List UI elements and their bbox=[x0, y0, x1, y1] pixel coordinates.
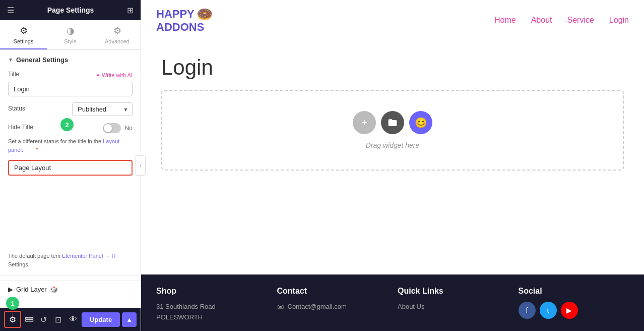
nav-login[interactable]: Login bbox=[609, 16, 629, 25]
templates-toolbar-button[interactable]: ⊡ bbox=[51, 311, 65, 328]
panel-tabs: ⚙ Settings ◑ Style ⚙ Advanced bbox=[0, 20, 141, 50]
page-layout-section: Page Layout ✓ Default ✓ Elementor Canvas… bbox=[0, 160, 141, 271]
tab-advanced[interactable]: ⚙ Advanced bbox=[94, 20, 141, 49]
desc-text: The default page tem Elementor Panel → H… bbox=[0, 249, 141, 271]
status-select[interactable]: Published Draft Private bbox=[72, 102, 133, 116]
title-field-row: Title ✦ Write with AI bbox=[0, 68, 141, 99]
footer-social-title: Social bbox=[519, 287, 629, 296]
footer-email: Contact@gmail.com bbox=[288, 302, 347, 312]
drag-widget-area[interactable]: + 😊 Drag widget here bbox=[161, 90, 624, 171]
footer-grid: Shop 31 Southlands Road POLESWORTH Conta… bbox=[156, 287, 629, 323]
smiley-button[interactable]: 😊 bbox=[409, 111, 432, 134]
logo: HAPPY 🍩 ADDONS bbox=[156, 7, 213, 34]
advanced-tab-icon: ⚙ bbox=[113, 25, 121, 36]
grid-icon[interactable]: ⊞ bbox=[127, 6, 134, 15]
layers-toolbar-button[interactable] bbox=[22, 311, 36, 328]
step2-badge: 2 bbox=[60, 118, 74, 131]
hide-title-toggle[interactable] bbox=[103, 123, 121, 133]
grid-layer-label: Grid Layer bbox=[16, 286, 47, 293]
tab-advanced-label: Advanced bbox=[105, 38, 130, 44]
hamburger-icon[interactable]: ☰ bbox=[7, 6, 14, 15]
update-button[interactable]: Update bbox=[82, 312, 120, 327]
footer-address: 31 Southlands Road bbox=[156, 302, 267, 312]
site-main: Login + 😊 Drag widget here bbox=[141, 40, 644, 274]
footer-links-title: Quick Links bbox=[398, 287, 508, 296]
section-arrow-icon: ▼ bbox=[8, 57, 13, 63]
status-label: Status bbox=[8, 105, 25, 112]
hide-title-label: Hide Title bbox=[8, 124, 33, 131]
nav-about[interactable]: About bbox=[531, 16, 552, 25]
email-icon: ✉ bbox=[277, 302, 284, 312]
footer-contact-row: ✉ Contact@gmail.com bbox=[277, 302, 388, 312]
svg-rect-1 bbox=[25, 320, 33, 321]
youtube-button[interactable]: ▶ bbox=[561, 302, 578, 319]
settings-toolbar-button[interactable]: ⚙ bbox=[4, 311, 21, 328]
facebook-button[interactable]: f bbox=[519, 302, 536, 319]
footer-shop-title: Shop bbox=[156, 287, 267, 296]
folder-button[interactable] bbox=[381, 111, 404, 134]
panel-title: Page Settings bbox=[47, 6, 94, 14]
tab-style-label: Style bbox=[64, 38, 76, 44]
footer-col-social: Social f t ▶ bbox=[519, 287, 629, 323]
grid-layer-toggle[interactable]: ▶ Grid Layer 🎲 bbox=[8, 286, 58, 293]
toggle-wrap: No bbox=[103, 123, 133, 133]
main-nav: Home About Service Login bbox=[494, 16, 629, 25]
general-settings-header[interactable]: ▼ General Settings bbox=[0, 50, 141, 68]
logo-top-text: HAPPY bbox=[156, 8, 195, 20]
footer-col-contact: Contact ✉ Contact@gmail.com bbox=[277, 287, 388, 323]
footer-about-us-link[interactable]: About Us bbox=[398, 303, 424, 310]
twitter-button[interactable]: t bbox=[540, 302, 557, 319]
page-heading: Login bbox=[161, 56, 624, 80]
left-panel: ☰ Page Settings ⊞ ⚙ Settings ◑ Style ⚙ A… bbox=[0, 0, 141, 331]
site-footer: Shop 31 Southlands Road POLESWORTH Conta… bbox=[141, 274, 644, 331]
logo-emoji: 🍩 bbox=[197, 7, 213, 22]
status-field-row: Status Published Draft Private ▼ bbox=[0, 99, 141, 119]
panel-topbar: ☰ Page Settings ⊞ bbox=[0, 0, 141, 20]
hint-text: Set a different status for the title in … bbox=[0, 137, 141, 157]
general-settings-label: General Settings bbox=[16, 56, 68, 64]
chevron-up-button[interactable]: ▲ bbox=[122, 312, 137, 327]
page-layout-button[interactable]: Page Layout bbox=[8, 160, 133, 176]
panel-content: ▼ General Settings Title ✦ Write with AI… bbox=[0, 50, 141, 308]
tab-style[interactable]: ◑ Style bbox=[47, 20, 94, 49]
social-icons: f t ▶ bbox=[519, 302, 629, 319]
step2-arrow-icon: ↓ bbox=[34, 139, 40, 152]
footer-city: POLESWORTH bbox=[156, 312, 267, 323]
svg-rect-0 bbox=[25, 317, 33, 319]
footer-contact-title: Contact bbox=[277, 287, 388, 296]
site-header: HAPPY 🍩 ADDONS Home About Service Login bbox=[141, 0, 644, 40]
add-widget-button[interactable]: + bbox=[353, 111, 376, 134]
nav-home[interactable]: Home bbox=[494, 16, 516, 25]
settings-btn-wrap: 1 ↓ ⚙ bbox=[4, 311, 21, 328]
drag-actions: + 😊 bbox=[353, 111, 432, 134]
footer-col-shop: Shop 31 Southlands Road POLESWORTH bbox=[156, 287, 267, 323]
tab-settings-label: Settings bbox=[14, 38, 34, 44]
footer-col-links: Quick Links About Us bbox=[398, 287, 508, 323]
title-field-label: Title bbox=[8, 71, 19, 78]
step1-badge: 1 bbox=[6, 297, 19, 310]
grid-arrow-icon: ▶ bbox=[8, 286, 13, 293]
title-input[interactable] bbox=[8, 82, 133, 96]
divider bbox=[0, 275, 141, 276]
hide-title-row: Hide Title 2 No ↓ bbox=[0, 119, 141, 137]
site-preview: HAPPY 🍩 ADDONS Home About Service Login … bbox=[141, 0, 644, 331]
toggle-no-label: No bbox=[125, 125, 133, 132]
preview-toolbar-button[interactable]: 👁 bbox=[66, 311, 80, 328]
write-ai-button[interactable]: ✦ Write with AI bbox=[96, 72, 133, 79]
grid-layer-section: ▶ Grid Layer 🎲 bbox=[0, 280, 141, 298]
grid-layer-emoji: 🎲 bbox=[50, 286, 58, 293]
nav-service[interactable]: Service bbox=[567, 16, 594, 25]
history-toolbar-button[interactable]: ↺ bbox=[37, 311, 50, 328]
toggle-knob bbox=[104, 124, 112, 132]
tab-settings[interactable]: ⚙ Settings bbox=[0, 20, 47, 49]
style-tab-icon: ◑ bbox=[67, 25, 75, 36]
collapse-panel-handle[interactable]: ‹ bbox=[136, 155, 146, 176]
logo-text: HAPPY 🍩 ADDONS bbox=[156, 7, 213, 34]
drag-label: Drag widget here bbox=[366, 141, 420, 149]
elementor-link[interactable]: Elementor Panel → H bbox=[62, 253, 115, 259]
bottom-toolbar: 1 ↓ ⚙ ↺ ⊡ 👁 Update ▲ bbox=[0, 308, 141, 331]
settings-tab-icon: ⚙ bbox=[20, 25, 28, 36]
status-select-wrap: Published Draft Private ▼ bbox=[72, 102, 133, 116]
logo-bottom-text: ADDONS bbox=[156, 21, 213, 33]
